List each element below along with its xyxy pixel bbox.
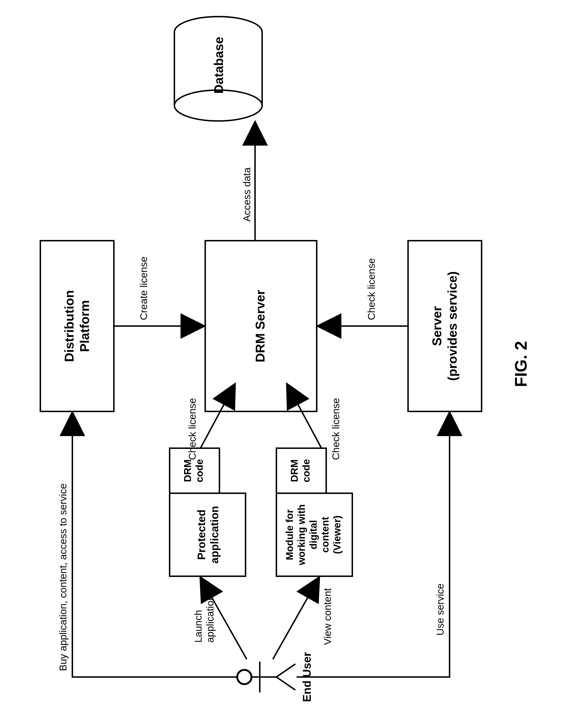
drm-server-label: DRM Server bbox=[253, 290, 267, 362]
edge-access-label: Access data bbox=[241, 167, 252, 222]
server-label-1: Server bbox=[430, 306, 444, 346]
edge-view-label: View content bbox=[322, 588, 333, 645]
edge-create-label: Create license bbox=[138, 257, 149, 320]
drm-code-top-2: code bbox=[194, 459, 205, 482]
edge-launch-label-2: application bbox=[204, 595, 216, 643]
protected-label-1: Protected bbox=[195, 510, 207, 560]
drm-code-bottom-2: code bbox=[301, 459, 312, 482]
distribution-label-1: Distribution bbox=[62, 290, 76, 362]
viewer-5: (Viewer) bbox=[332, 516, 343, 554]
viewer-1: Module for bbox=[284, 509, 295, 560]
figure-caption: FIG. 2 bbox=[512, 341, 530, 387]
edge-launch-label-1: Launch bbox=[193, 610, 204, 643]
viewer-4: content bbox=[320, 517, 331, 553]
end-user-icon bbox=[237, 662, 296, 692]
protected-label-2: application bbox=[208, 506, 221, 564]
service-server bbox=[408, 241, 482, 411]
edge-buy-label: Buy application, content, access to serv… bbox=[57, 484, 69, 671]
viewer-3: digital bbox=[308, 520, 319, 549]
edge-use-label: Use service bbox=[435, 584, 446, 636]
svg-line-11 bbox=[276, 664, 296, 677]
server-label-2: (provides service) bbox=[445, 271, 459, 381]
protected-application bbox=[170, 493, 245, 576]
drm-code-top-1: DRM bbox=[182, 459, 193, 482]
edge-check-bottom-label: Check license bbox=[330, 398, 342, 460]
svg-point-7 bbox=[237, 670, 251, 684]
viewer-2: working with bbox=[296, 504, 307, 566]
svg-line-10 bbox=[276, 677, 296, 690]
distribution-label-2: Platform bbox=[77, 300, 92, 352]
database-label: Database bbox=[211, 37, 225, 94]
distribution-platform bbox=[40, 241, 114, 411]
edge-view bbox=[273, 577, 319, 659]
drm-code-bottom-1: DRM bbox=[289, 459, 300, 482]
svg-text:Launchapplication: Launchapplication bbox=[193, 595, 216, 643]
edge-check-server-label: Check license bbox=[366, 258, 377, 320]
edge-check-top-label: Check license bbox=[187, 398, 198, 460]
